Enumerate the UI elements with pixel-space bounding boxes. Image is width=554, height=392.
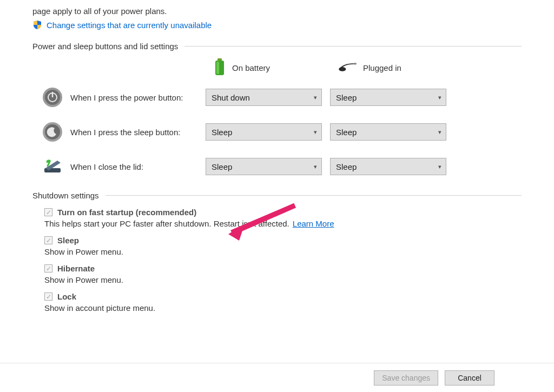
hibernate-checkbox[interactable] — [44, 264, 52, 273]
chevron-down-icon: ▾ — [314, 129, 317, 136]
cancel-button[interactable]: Cancel — [445, 370, 494, 386]
sleep-title: Sleep — [57, 236, 79, 245]
lid-plugged-value: Sleep — [336, 162, 357, 171]
chevron-down-icon: ▾ — [438, 129, 441, 136]
chevron-down-icon: ▾ — [438, 163, 441, 170]
lid-battery-value: Sleep — [212, 162, 232, 171]
power-button-icon — [42, 87, 63, 108]
section-rule — [184, 46, 522, 46]
fast-startup-title: Turn on fast startup (recommended) — [57, 208, 196, 217]
col-header-plugged: Plugged in — [363, 63, 401, 72]
sleep-button-plugged-select[interactable]: Sleep ▾ — [330, 123, 446, 141]
svg-rect-4 — [354, 63, 357, 64]
sleep-button-battery-select[interactable]: Sleep ▾ — [206, 123, 322, 141]
fast-startup-checkbox[interactable] — [44, 208, 52, 216]
power-button-battery-select[interactable]: Shut down ▾ — [206, 89, 322, 106]
hibernate-desc: Show in Power menu. — [44, 275, 522, 284]
sleep-button-icon — [42, 122, 63, 142]
svg-point-3 — [339, 67, 346, 71]
admin-change-settings-link[interactable]: Change settings that are currently unava… — [47, 21, 212, 30]
sleep-button-plugged-value: Sleep — [336, 128, 357, 137]
section-title-shutdown: Shutdown settings — [32, 191, 105, 200]
sleep-checkbox[interactable] — [44, 236, 52, 244]
row-label-power: When I press the power button: — [63, 93, 206, 102]
chevron-down-icon: ▾ — [314, 94, 317, 101]
lid-plugged-select[interactable]: Sleep ▾ — [330, 158, 446, 175]
lid-icon — [42, 156, 63, 177]
sleep-button-battery-value: Sleep — [212, 128, 232, 137]
col-header-battery: On battery — [232, 63, 270, 72]
svg-rect-0 — [217, 58, 222, 61]
lock-title: Lock — [57, 292, 76, 301]
svg-rect-2 — [216, 62, 219, 74]
lid-battery-select[interactable]: Sleep ▾ — [206, 158, 322, 175]
hibernate-title: Hibernate — [57, 264, 95, 273]
row-label-sleep: When I press the sleep button: — [63, 128, 206, 137]
learn-more-link[interactable]: Learn More — [293, 219, 334, 228]
shield-icon — [32, 20, 42, 30]
power-button-plugged-select[interactable]: Sleep ▾ — [330, 89, 446, 106]
lock-checkbox[interactable] — [44, 293, 52, 301]
save-changes-button[interactable]: Save changes — [374, 370, 438, 386]
chevron-down-icon: ▾ — [438, 94, 441, 101]
row-label-lid: When I close the lid: — [63, 162, 206, 171]
section-title-buttons-lid: Power and sleep buttons and lid settings — [32, 42, 184, 51]
battery-icon — [214, 58, 226, 77]
power-button-battery-value: Shut down — [212, 93, 250, 102]
sleep-desc: Show in Power menu. — [44, 247, 522, 256]
power-button-plugged-value: Sleep — [336, 93, 357, 102]
section-rule — [105, 195, 522, 196]
plug-icon — [338, 61, 357, 75]
fast-startup-desc: This helps start your PC faster after sh… — [44, 219, 289, 228]
intro-text: page apply to all of your power plans. — [32, 6, 522, 16]
lock-desc: Show in account picture menu. — [44, 303, 522, 313]
chevron-down-icon: ▾ — [314, 163, 317, 170]
